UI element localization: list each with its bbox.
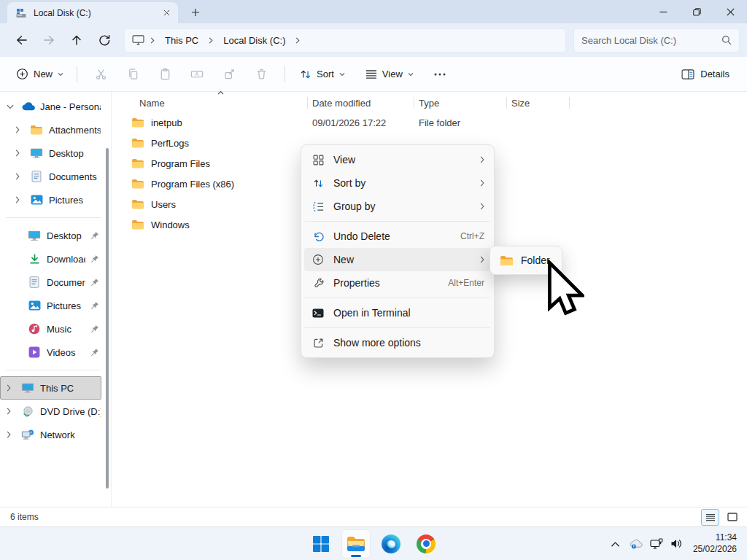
menu-item-new[interactable]: New: [304, 248, 491, 271]
copy-icon[interactable]: [117, 61, 149, 88]
chevron-right-icon[interactable]: [15, 149, 24, 157]
chevron-right-icon[interactable]: [7, 384, 15, 392]
chevron-right-icon[interactable]: [7, 431, 15, 438]
tab-local-disk[interactable]: Local Disk (C:): [7, 2, 178, 23]
submenu-item-folder[interactable]: Folder: [493, 249, 559, 271]
menu-item-sort-by[interactable]: Sort by: [304, 171, 491, 195]
delete-icon[interactable]: [245, 61, 277, 88]
forward-icon[interactable]: [35, 28, 63, 52]
sidebar-item-onedrive[interactable]: Jane - Personal: [0, 95, 101, 118]
large-icons-view-toggle[interactable]: [723, 509, 741, 526]
sidebar-item-desktop[interactable]: Desktop: [0, 141, 101, 165]
sidebar-item-music[interactable]: Music: [0, 317, 101, 341]
details-view-toggle[interactable]: [701, 509, 719, 526]
sidebar-item-this-pc[interactable]: This PC: [0, 376, 101, 400]
sidebar-item-downloads[interactable]: Downloads: [0, 247, 101, 271]
address-bar[interactable]: This PC Local Disk (C:): [124, 28, 566, 52]
sidebar-item-documents-pinned[interactable]: Documents: [0, 271, 101, 294]
file-explorer-taskbar-button[interactable]: [341, 529, 371, 559]
column-header-date-modified[interactable]: Date modified: [308, 93, 414, 112]
sidebar-item-network[interactable]: Network: [0, 423, 101, 446]
chevron-right-icon[interactable]: [15, 196, 24, 203]
chevron-right-icon[interactable]: [15, 173, 24, 180]
breadcrumb-this-pc[interactable]: This PC: [160, 33, 203, 48]
column-header-type[interactable]: Type: [414, 93, 507, 112]
cut-icon[interactable]: [85, 61, 117, 88]
sidebar-item-attachments[interactable]: Attachments: [0, 118, 101, 141]
sidebar-item-pictures-pinned[interactable]: Pictures: [0, 294, 101, 317]
tab-close-icon[interactable]: [159, 6, 174, 20]
chrome-icon: [417, 534, 436, 553]
new-tab-icon[interactable]: [188, 5, 203, 20]
menu-item-undo-delete[interactable]: Undo Delete Ctrl+Z: [304, 225, 491, 248]
items-count: 6 items: [10, 512, 39, 522]
document-icon: [27, 276, 42, 288]
column-header-size[interactable]: Size: [507, 93, 570, 112]
sidebar-item-label: Documents: [49, 171, 101, 182]
chevron-right-icon: [293, 37, 303, 44]
sort-button[interactable]: Sort: [293, 64, 352, 85]
sidebar-item-label: Network: [40, 429, 101, 440]
sidebar-item-desktop-pinned[interactable]: Desktop: [0, 224, 101, 247]
search-icon[interactable]: [721, 35, 732, 45]
paste-icon[interactable]: [149, 61, 181, 88]
file-name: inetpub: [151, 117, 182, 128]
chrome-taskbar-button[interactable]: [411, 529, 441, 559]
sidebar-item-pictures[interactable]: Pictures: [0, 188, 101, 211]
close-icon[interactable]: [713, 0, 747, 23]
sidebar-item-videos[interactable]: Videos: [0, 341, 101, 364]
breadcrumb-local-disk[interactable]: Local Disk (C:): [219, 33, 290, 48]
menu-item-show-more-options[interactable]: Show more options: [304, 331, 491, 354]
volume-icon[interactable]: [667, 529, 687, 559]
taskbar: 11:34 25/02/2026: [0, 526, 747, 560]
rename-icon[interactable]: A: [181, 61, 213, 88]
refresh-icon[interactable]: [90, 28, 118, 52]
share-icon[interactable]: [213, 61, 245, 88]
sidebar-item-label: Documents: [47, 277, 85, 288]
more-options-icon[interactable]: [427, 63, 453, 86]
undo-icon: [311, 231, 325, 242]
chevron-down-icon: [339, 72, 345, 77]
sidebar-item-documents[interactable]: Documents: [0, 165, 101, 188]
edge-taskbar-button[interactable]: [376, 529, 406, 559]
windows-logo-icon: [312, 535, 330, 553]
taskbar-clock[interactable]: 11:34 25/02/2026: [687, 532, 744, 555]
restore-icon[interactable]: [680, 0, 713, 23]
divider: [305, 327, 490, 328]
file-name: Windows: [151, 219, 190, 230]
sidebar-item-dvd-drive[interactable]: DVD Drive (D:) E: [0, 400, 101, 423]
search-input[interactable]: [581, 35, 721, 46]
chevron-right-icon[interactable]: [7, 408, 15, 415]
chevron-right-icon: [480, 156, 484, 163]
chevron-right-icon: [480, 179, 484, 187]
folder-icon: [131, 199, 144, 209]
chevron-down-icon[interactable]: [7, 104, 15, 109]
menu-item-group-by[interactable]: Group by: [304, 195, 491, 218]
sidebar-scrollbar[interactable]: [106, 148, 109, 489]
wrench-icon: [311, 278, 325, 289]
menu-item-view[interactable]: View: [304, 148, 491, 171]
pin-icon: [90, 301, 99, 310]
new-button[interactable]: New: [10, 63, 69, 85]
view-button[interactable]: View: [358, 64, 421, 84]
column-header-name[interactable]: Name: [121, 93, 308, 112]
network-tray-icon[interactable]: [646, 529, 667, 559]
divider: [77, 66, 77, 82]
menu-item-properties[interactable]: Properties Alt+Enter: [304, 271, 491, 295]
sort-icon: [300, 69, 311, 80]
divider: [305, 298, 490, 298]
menu-item-open-in-terminal[interactable]: Open in Terminal: [304, 301, 491, 324]
start-button[interactable]: [306, 529, 336, 559]
minimize-icon[interactable]: [646, 0, 680, 23]
shortcut-label: Alt+Enter: [448, 278, 484, 288]
back-icon[interactable]: [7, 28, 35, 52]
file-row[interactable]: inetpub 09/01/2026 17:22 File folder: [121, 112, 747, 133]
onedrive-tray-icon[interactable]: [626, 529, 646, 559]
up-icon[interactable]: [63, 28, 90, 52]
details-button[interactable]: Details: [674, 64, 737, 84]
plus-circle-icon: [16, 68, 28, 80]
hidden-icons-chevron-icon[interactable]: [605, 529, 626, 559]
videos-icon: [27, 346, 42, 358]
clock-date: 25/02/2026: [693, 544, 737, 556]
chevron-right-icon[interactable]: [15, 126, 24, 133]
